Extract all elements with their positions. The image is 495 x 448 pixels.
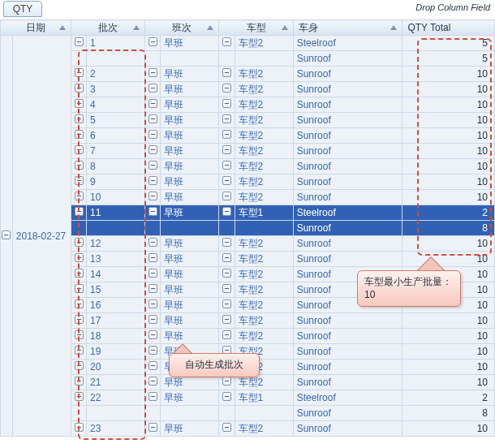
expand-shift[interactable] [145, 313, 161, 329]
expand-batch[interactable] [71, 421, 86, 437]
expand-shift[interactable] [145, 205, 161, 221]
expand-batch[interactable] [71, 252, 86, 267]
table-row[interactable]: Sunroof8 [1, 221, 495, 236]
table-row[interactable]: 6早班车型2Sunroof10 [1, 128, 495, 144]
cell-shift: 早班 [161, 144, 219, 159]
expand-shift[interactable] [145, 375, 161, 390]
expand-shift[interactable] [145, 36, 161, 51]
table-row[interactable]: 11早班车型1Steelroof2 [1, 205, 495, 221]
expand-batch[interactable] [71, 174, 86, 190]
table-row[interactable]: 2018-02-271早班车型2Steelroof5 [1, 36, 495, 51]
table-row[interactable]: 9早班车型2Sunroof10 [1, 174, 495, 190]
cell-date: 2018-02-27 [12, 36, 71, 437]
table-row[interactable]: 23早班车型2Sunroof10 [1, 421, 495, 437]
expand-model[interactable] [219, 252, 235, 267]
expand-shift[interactable] [145, 67, 161, 82]
expand-model[interactable] [219, 97, 235, 113]
col-header-model[interactable]: 车型 [219, 20, 293, 36]
expand-shift[interactable] [145, 144, 161, 159]
table-row[interactable]: 13早班车型2Sunroof10 [1, 252, 495, 267]
expand-shift[interactable] [145, 128, 161, 144]
expand-batch[interactable] [71, 344, 86, 360]
expand-model[interactable] [219, 329, 235, 344]
expand-shift[interactable] [145, 97, 161, 113]
expand-model[interactable] [219, 36, 235, 51]
expand-model[interactable] [219, 190, 235, 205]
col-header-qty[interactable]: QTY Total [402, 20, 495, 36]
expand-model[interactable] [219, 128, 235, 144]
expand-batch[interactable] [71, 236, 86, 252]
table-row[interactable]: 7早班车型2Sunroof10 [1, 144, 495, 159]
expand-model[interactable] [219, 205, 235, 221]
expand-model[interactable] [219, 159, 235, 174]
expand-model[interactable] [219, 236, 235, 252]
expand-model[interactable] [219, 67, 235, 82]
expand-batch[interactable] [71, 97, 86, 113]
expand-batch[interactable] [71, 159, 86, 174]
minus-icon [148, 299, 157, 308]
expand-model[interactable] [219, 282, 235, 298]
expand-model[interactable] [219, 298, 235, 313]
expand-shift[interactable] [145, 190, 161, 205]
expand-shift[interactable] [145, 236, 161, 252]
table-row[interactable]: 17早班车型2Sunroof10 [1, 313, 495, 329]
expand-batch[interactable] [71, 267, 86, 282]
expand-batch[interactable] [71, 144, 86, 159]
expand-batch[interactable] [71, 298, 86, 313]
table-row[interactable]: 8早班车型2Sunroof10 [1, 159, 495, 174]
expand-shift[interactable] [145, 298, 161, 313]
table-row[interactable]: 22早班车型1Steelroof2 [1, 390, 495, 406]
table-row[interactable]: 4早班车型2Sunroof10 [1, 97, 495, 113]
expand-batch[interactable] [71, 313, 86, 329]
expand-model[interactable] [219, 421, 235, 437]
expand-model[interactable] [219, 82, 235, 97]
table-row[interactable]: 3早班车型2Sunroof10 [1, 82, 495, 97]
expand-batch[interactable] [71, 36, 86, 51]
table-row[interactable]: 18早班车型2Sunroof10 [1, 329, 495, 344]
col-header-batch[interactable]: 批次 [71, 20, 144, 36]
expand-batch[interactable] [71, 82, 86, 97]
table-row[interactable]: 2早班车型2Sunroof10 [1, 67, 495, 82]
cell-batch: 7 [87, 144, 145, 159]
drop-column-hint[interactable]: Drop Column Field [415, 2, 490, 12]
expand-batch[interactable] [71, 375, 86, 390]
expand-model[interactable] [219, 313, 235, 329]
expand-batch[interactable] [71, 329, 86, 344]
table-row[interactable]: 12早班车型2Sunroof10 [1, 236, 495, 252]
expand-shift[interactable] [145, 360, 161, 375]
table-row[interactable]: 10早班车型2Sunroof10 [1, 190, 495, 205]
col-header-body[interactable]: 车身 [293, 20, 402, 36]
expand-shift[interactable] [145, 159, 161, 174]
expand-batch[interactable] [71, 128, 86, 144]
measure-tab-qty[interactable]: QTY [3, 1, 42, 17]
expand-shift[interactable] [145, 174, 161, 190]
expand-batch[interactable] [71, 282, 86, 298]
expand-shift[interactable] [145, 113, 161, 128]
table-row[interactable]: Sunroof8 [1, 406, 495, 421]
expand-shift[interactable] [145, 267, 161, 282]
expand-shift[interactable] [145, 282, 161, 298]
expand-batch[interactable] [71, 390, 86, 406]
expand-shift[interactable] [145, 252, 161, 267]
expand-batch[interactable] [71, 113, 86, 128]
expand-date[interactable] [1, 36, 13, 437]
expand-shift[interactable] [145, 344, 161, 360]
expand-model[interactable] [219, 113, 235, 128]
expand-model[interactable] [219, 144, 235, 159]
expand-batch[interactable] [71, 190, 86, 205]
expand-batch[interactable] [71, 205, 86, 221]
expand-shift[interactable] [145, 421, 161, 437]
table-row[interactable]: 5早班车型2Sunroof10 [1, 113, 495, 128]
expand-shift[interactable] [145, 390, 161, 406]
col-header-date[interactable]: 日期 [1, 20, 71, 36]
expand-model[interactable] [219, 390, 235, 406]
expand-batch[interactable] [71, 360, 86, 375]
expand-batch[interactable] [71, 67, 86, 82]
pivot-grid: 日期 批次 班次 车型 车身 QTY Total 2018-02-271早班车型… [0, 19, 495, 448]
expand-model[interactable] [219, 174, 235, 190]
col-header-shift[interactable]: 班次 [145, 20, 219, 36]
expand-model[interactable] [219, 267, 235, 282]
expand-shift[interactable] [145, 329, 161, 344]
table-row[interactable]: Sunroof5 [1, 51, 495, 67]
expand-shift[interactable] [145, 82, 161, 97]
